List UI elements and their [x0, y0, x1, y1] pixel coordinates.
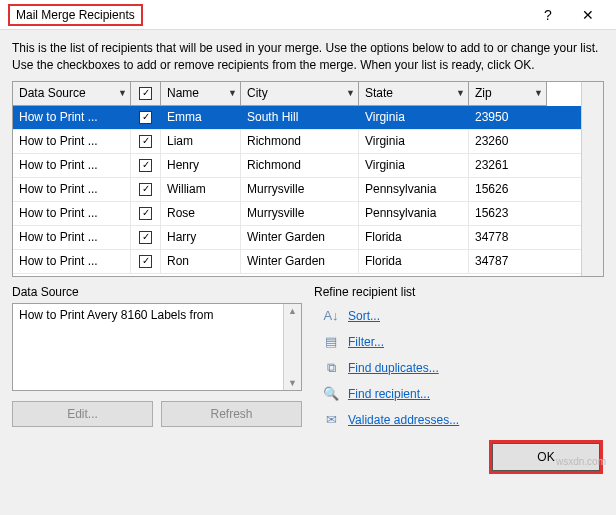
cell-state: Virginia: [359, 154, 469, 177]
table-row[interactable]: How to Print ...✓HenryRichmondVirginia23…: [13, 154, 581, 178]
duplicates-link-row: ⧉ Find duplicates...: [322, 355, 604, 381]
cell-checkbox: ✓: [131, 106, 161, 129]
row-checkbox[interactable]: ✓: [139, 135, 152, 148]
find-duplicates-link[interactable]: Find duplicates...: [348, 361, 439, 375]
title-highlight: Mail Merge Recipients: [8, 4, 143, 26]
table-row[interactable]: How to Print ...✓RonWinter GardenFlorida…: [13, 250, 581, 274]
table-row[interactable]: How to Print ...✓LiamRichmondVirginia232…: [13, 130, 581, 154]
select-all-checkbox[interactable]: ✓: [139, 87, 152, 100]
bottom-panels: Data Source How to Print Avery 8160 Labe…: [0, 277, 616, 433]
cell-state: Florida: [359, 226, 469, 249]
row-checkbox[interactable]: ✓: [139, 255, 152, 268]
scroll-up-icon[interactable]: ▲: [288, 306, 297, 316]
cell-checkbox: ✓: [131, 130, 161, 153]
cell-name: Ron: [161, 250, 241, 273]
data-source-listbox[interactable]: How to Print Avery 8160 Labels from ▲ ▼: [12, 303, 302, 391]
row-checkbox[interactable]: ✓: [139, 207, 152, 220]
filter-link[interactable]: Filter...: [348, 335, 384, 349]
cell-state: Virginia: [359, 130, 469, 153]
listbox-scrollbar[interactable]: ▲ ▼: [283, 304, 301, 390]
dialog-description: This is the list of recipients that will…: [0, 30, 616, 81]
cell-name: Harry: [161, 226, 241, 249]
row-checkbox[interactable]: ✓: [139, 183, 152, 196]
cell-state: Pennsylvania: [359, 178, 469, 201]
col-header-label: Data Source: [19, 86, 86, 100]
cell-datasource: How to Print ...: [13, 178, 131, 201]
data-source-panel: Data Source How to Print Avery 8160 Labe…: [12, 285, 302, 433]
cell-city: Murrysville: [241, 178, 359, 201]
grid-body: How to Print ...✓EmmaSouth HillVirginia2…: [13, 106, 581, 274]
dropdown-icon[interactable]: ▼: [118, 88, 127, 98]
find-recipient-link[interactable]: Find recipient...: [348, 387, 430, 401]
col-header-datasource[interactable]: Data Source ▼: [13, 82, 131, 106]
duplicates-icon: ⧉: [322, 359, 340, 377]
filter-icon: ▤: [322, 333, 340, 351]
close-button[interactable]: ✕: [568, 1, 608, 29]
watermark: wsxdn.com: [556, 456, 606, 467]
data-source-item[interactable]: How to Print Avery 8160 Labels from: [19, 308, 214, 322]
sort-link[interactable]: Sort...: [348, 309, 380, 323]
row-checkbox[interactable]: ✓: [139, 231, 152, 244]
table-row[interactable]: How to Print ...✓HarryWinter GardenFlori…: [13, 226, 581, 250]
sort-link-row: A↓ Sort...: [322, 303, 604, 329]
scroll-down-icon[interactable]: ▼: [288, 378, 297, 388]
edit-button[interactable]: Edit...: [12, 401, 153, 427]
table-row[interactable]: How to Print ...✓RoseMurrysvillePennsylv…: [13, 202, 581, 226]
cell-checkbox: ✓: [131, 178, 161, 201]
row-checkbox[interactable]: ✓: [139, 159, 152, 172]
cell-zip: 23260: [469, 130, 547, 153]
refine-label: Refine recipient list: [314, 285, 604, 299]
cell-city: Richmond: [241, 130, 359, 153]
col-header-label: Zip: [475, 86, 492, 100]
find-recipient-link-row: 🔍 Find recipient...: [322, 381, 604, 407]
cell-datasource: How to Print ...: [13, 226, 131, 249]
col-header-state[interactable]: State ▼: [359, 82, 469, 106]
row-checkbox[interactable]: ✓: [139, 111, 152, 124]
cell-datasource: How to Print ...: [13, 130, 131, 153]
cell-zip: 23261: [469, 154, 547, 177]
refresh-button[interactable]: Refresh: [161, 401, 302, 427]
validate-icon: ✉: [322, 411, 340, 429]
cell-name: Henry: [161, 154, 241, 177]
table-row[interactable]: How to Print ...✓EmmaSouth HillVirginia2…: [13, 106, 581, 130]
cell-datasource: How to Print ...: [13, 106, 131, 129]
cell-zip: 15623: [469, 202, 547, 225]
table-row[interactable]: How to Print ...✓WilliamMurrysvillePenns…: [13, 178, 581, 202]
dialog-footer: OK: [0, 433, 616, 485]
cell-datasource: How to Print ...: [13, 154, 131, 177]
vertical-scrollbar[interactable]: [581, 82, 603, 276]
help-button[interactable]: ?: [528, 1, 568, 29]
cell-zip: 34787: [469, 250, 547, 273]
sort-icon: A↓: [322, 307, 340, 325]
cell-zip: 15626: [469, 178, 547, 201]
cell-state: Florida: [359, 250, 469, 273]
dropdown-icon[interactable]: ▼: [228, 88, 237, 98]
find-recipient-icon: 🔍: [322, 385, 340, 403]
col-header-name[interactable]: Name ▼: [161, 82, 241, 106]
cell-checkbox: ✓: [131, 154, 161, 177]
col-header-label: Name: [167, 86, 199, 100]
cell-checkbox: ✓: [131, 202, 161, 225]
col-header-city[interactable]: City ▼: [241, 82, 359, 106]
filter-link-row: ▤ Filter...: [322, 329, 604, 355]
titlebar: Mail Merge Recipients ? ✕: [0, 0, 616, 30]
data-source-label: Data Source: [12, 285, 302, 299]
col-header-label: City: [247, 86, 268, 100]
mail-merge-dialog: Mail Merge Recipients ? ✕ This is the li…: [0, 0, 616, 515]
refine-panel: Refine recipient list A↓ Sort... ▤ Filte…: [314, 285, 604, 433]
dropdown-icon[interactable]: ▼: [456, 88, 465, 98]
cell-city: Winter Garden: [241, 226, 359, 249]
cell-zip: 23950: [469, 106, 547, 129]
dropdown-icon[interactable]: ▼: [534, 88, 543, 98]
cell-city: South Hill: [241, 106, 359, 129]
grid-header-row: Data Source ▼ ✓ Name ▼ City ▼ State ▼: [13, 82, 581, 106]
cell-city: Murrysville: [241, 202, 359, 225]
col-header-label: State: [365, 86, 393, 100]
col-header-zip[interactable]: Zip ▼: [469, 82, 547, 106]
cell-zip: 34778: [469, 226, 547, 249]
col-header-checkbox[interactable]: ✓: [131, 82, 161, 106]
dropdown-icon[interactable]: ▼: [346, 88, 355, 98]
cell-state: Pennsylvania: [359, 202, 469, 225]
validate-addresses-link[interactable]: Validate addresses...: [348, 413, 459, 427]
cell-state: Virginia: [359, 106, 469, 129]
